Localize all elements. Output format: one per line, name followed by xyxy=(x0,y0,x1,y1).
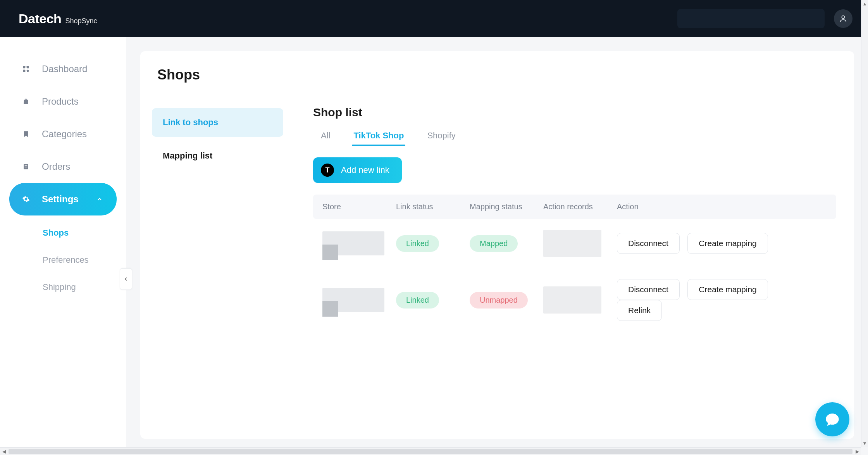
sidebar-item-orders[interactable]: Orders xyxy=(0,150,117,183)
tab-shopify[interactable]: Shopify xyxy=(427,131,455,146)
tab-all[interactable]: All xyxy=(321,131,330,146)
chat-icon xyxy=(825,412,840,427)
relink-button[interactable]: Relink xyxy=(617,300,662,321)
chevron-left-icon xyxy=(123,276,129,282)
brand-main: Datech xyxy=(19,11,61,26)
chat-fab-button[interactable] xyxy=(815,402,849,436)
col-header-store: Store xyxy=(322,202,396,211)
cell-link-status: Linked xyxy=(396,292,470,309)
shops-right-panel: Shop list All TikTok Shop Shopify T Add … xyxy=(295,94,854,344)
account-info-redacted xyxy=(677,9,825,28)
main-content: Shops Link to shops Mapping list Shop li… xyxy=(126,37,868,447)
cell-store xyxy=(322,288,396,312)
sidebar-item-label: Categories xyxy=(42,129,87,140)
col-header-action: Action xyxy=(617,202,827,211)
svg-rect-1 xyxy=(23,66,26,69)
shop-table: Store Link status Mapping status Action … xyxy=(313,195,836,332)
scroll-left-icon: ◀ xyxy=(1,448,7,455)
bookmark-icon xyxy=(21,129,31,139)
subnav-item-shipping[interactable]: Shipping xyxy=(43,274,126,301)
disconnect-button[interactable]: Disconnect xyxy=(617,233,680,254)
cell-action-records xyxy=(543,230,617,257)
link-status-badge: Linked xyxy=(396,235,439,252)
table-row: Linked Mapped Disconnect Create mapping xyxy=(313,219,836,268)
svg-rect-3 xyxy=(23,70,26,72)
cell-mapping-status: Mapped xyxy=(470,235,543,252)
orders-icon xyxy=(21,162,31,172)
store-thumbnail-redacted xyxy=(322,288,384,312)
cell-mapping-status: Unmapped xyxy=(470,292,543,309)
cell-actions: Disconnect Create mapping Relink xyxy=(617,279,827,321)
svg-rect-6 xyxy=(25,165,28,166)
sidebar-item-label: Dashboard xyxy=(42,64,87,74)
tab-tiktok-shop[interactable]: TikTok Shop xyxy=(353,131,404,146)
chevron-up-icon xyxy=(96,194,103,205)
gear-icon xyxy=(21,194,31,204)
col-header-mapping-status: Mapping status xyxy=(470,202,543,211)
user-icon xyxy=(839,14,847,23)
section-title: Shop list xyxy=(313,106,836,119)
scroll-up-icon: ▲ xyxy=(862,1,868,7)
sidebar: Dashboard Products Categories Orders Set xyxy=(0,37,126,447)
sidebar-item-label: Settings xyxy=(42,194,79,205)
vertical-scrollbar[interactable]: ▲ ▼ xyxy=(861,0,868,447)
svg-rect-2 xyxy=(27,66,29,69)
grid-icon xyxy=(21,64,31,74)
sidebar-item-categories[interactable]: Categories xyxy=(0,118,117,150)
sidebar-item-label: Products xyxy=(42,96,79,107)
action-records-redacted xyxy=(543,286,601,314)
cell-actions: Disconnect Create mapping xyxy=(617,233,827,254)
bag-icon xyxy=(21,97,31,107)
scroll-down-icon: ▼ xyxy=(862,440,868,446)
left-tab-mapping-list[interactable]: Mapping list xyxy=(152,141,283,170)
horizontal-scrollbar[interactable]: ◀ ▶ xyxy=(0,447,861,455)
page-title: Shops xyxy=(140,67,854,94)
sidebar-item-label: Orders xyxy=(42,161,70,172)
link-status-badge: Linked xyxy=(396,292,439,309)
subnav-item-preferences[interactable]: Preferences xyxy=(43,246,126,274)
cell-action-records xyxy=(543,286,617,314)
sidebar-item-products[interactable]: Products xyxy=(0,85,117,118)
scrollbar-track[interactable] xyxy=(9,449,852,454)
create-mapping-button[interactable]: Create mapping xyxy=(687,279,768,300)
settings-subnav: Shops Preferences Shipping xyxy=(0,215,126,301)
sidebar-item-dashboard[interactable]: Dashboard xyxy=(0,53,117,85)
disconnect-button[interactable]: Disconnect xyxy=(617,279,680,300)
mapping-status-badge: Mapped xyxy=(470,235,518,252)
cell-link-status: Linked xyxy=(396,235,470,252)
sidebar-collapse-button[interactable] xyxy=(120,268,132,290)
sidebar-item-settings[interactable]: Settings xyxy=(9,183,117,215)
left-tab-link-to-shops[interactable]: Link to shops xyxy=(152,108,283,137)
tiktok-badge-icon: T xyxy=(321,164,334,177)
create-mapping-button[interactable]: Create mapping xyxy=(687,233,768,254)
shops-card: Shops Link to shops Mapping list Shop li… xyxy=(140,51,854,439)
brand-sub: ShopSync xyxy=(65,17,97,25)
col-header-link-status: Link status xyxy=(396,202,470,211)
table-header: Store Link status Mapping status Action … xyxy=(313,195,836,219)
subnav-item-shops[interactable]: Shops xyxy=(43,219,126,246)
mapping-status-badge: Unmapped xyxy=(470,292,528,309)
store-thumbnail-redacted xyxy=(322,231,384,255)
scroll-right-icon: ▶ xyxy=(854,448,860,455)
svg-point-0 xyxy=(842,16,844,19)
col-header-action-records: Action records xyxy=(543,202,617,211)
svg-rect-7 xyxy=(25,167,28,167)
shop-list-tabs: All TikTok Shop Shopify xyxy=(313,131,836,146)
shops-left-panel: Link to shops Mapping list xyxy=(140,94,295,344)
brand: Datech ShopSync xyxy=(19,11,97,26)
add-new-link-label: Add new link xyxy=(341,165,389,175)
table-row: Linked Unmapped Disconnect Create mappin… xyxy=(313,268,836,332)
cell-store xyxy=(322,231,396,255)
user-avatar-button[interactable] xyxy=(834,9,852,28)
app-header: Datech ShopSync xyxy=(0,0,868,37)
header-right xyxy=(677,9,852,28)
add-new-link-button[interactable]: T Add new link xyxy=(313,157,402,183)
action-records-redacted xyxy=(543,230,601,257)
svg-point-4 xyxy=(27,70,29,72)
